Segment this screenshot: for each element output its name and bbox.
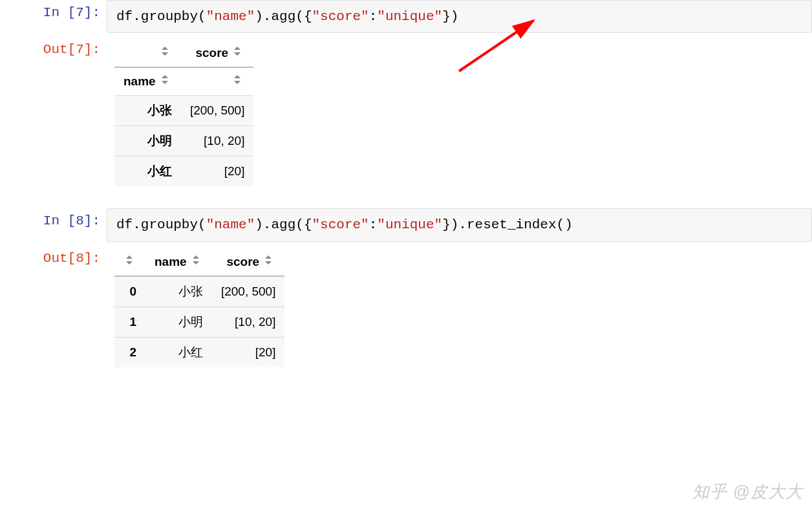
col-header-name[interactable]: name xyxy=(145,248,212,276)
cell-in-7: In [7]: df.groupby("name").agg({"score":… xyxy=(0,0,812,33)
sort-header-blank[interactable] xyxy=(114,39,181,67)
sort-header-idx[interactable] xyxy=(114,248,145,276)
cell-score: [20] xyxy=(181,156,254,187)
output-7: score name 小张 [200, 500] 小明 [10, 20] 小红 xyxy=(107,37,812,186)
cell-score: [200, 500] xyxy=(181,96,254,126)
prompt-in-7: In [7]: xyxy=(0,0,107,20)
watermark: 知乎 @皮大大 xyxy=(692,480,803,503)
cell-in-8: In [8]: df.groupby("name").agg({"score":… xyxy=(0,208,812,241)
table-row: 小红 [20] xyxy=(114,156,253,187)
spacer xyxy=(0,190,812,208)
code-input-8[interactable]: df.groupby("name").agg({"score":"unique"… xyxy=(107,208,812,241)
dataframe-7: score name 小张 [200, 500] 小明 [10, 20] 小红 xyxy=(114,39,253,186)
cell-score: [10, 20] xyxy=(181,126,254,156)
col-header-score[interactable]: score xyxy=(181,39,254,67)
row-index: 小明 xyxy=(114,126,181,156)
cell-out-8: Out[8]: name score 0 小张 [200, 500] 1 小明 xyxy=(0,246,812,367)
cell-name: 小张 xyxy=(145,276,212,307)
cell-score: [20] xyxy=(212,337,285,367)
sort-header-blank-2[interactable] xyxy=(181,67,254,96)
prompt-out-8: Out[8]: xyxy=(0,246,107,266)
table-row: 0 小张 [200, 500] xyxy=(114,276,284,307)
cell-name: 小明 xyxy=(145,307,212,337)
cell-score: [10, 20] xyxy=(212,307,285,337)
output-8: name score 0 小张 [200, 500] 1 小明 [10, 20]… xyxy=(107,246,812,367)
cell-out-7: Out[7]: score name 小张 [200, 500] 小 xyxy=(0,37,812,186)
row-index: 2 xyxy=(114,337,145,367)
index-name[interactable]: name xyxy=(114,67,181,96)
code-input-7[interactable]: df.groupby("name").agg({"score":"unique"… xyxy=(107,0,812,33)
row-index: 小红 xyxy=(114,156,181,187)
table-row: 小明 [10, 20] xyxy=(114,126,253,156)
cell-name: 小红 xyxy=(145,337,212,367)
cell-score: [200, 500] xyxy=(212,276,285,307)
row-index: 1 xyxy=(114,307,145,337)
table-row: 小张 [200, 500] xyxy=(114,96,253,126)
table-row: 2 小红 [20] xyxy=(114,337,284,367)
prompt-in-8: In [8]: xyxy=(0,208,107,228)
dataframe-8: name score 0 小张 [200, 500] 1 小明 [10, 20]… xyxy=(114,248,284,367)
table-row: 1 小明 [10, 20] xyxy=(114,307,284,337)
col-header-score[interactable]: score xyxy=(212,248,285,276)
prompt-out-7: Out[7]: xyxy=(0,37,107,57)
row-index: 小张 xyxy=(114,96,181,126)
row-index: 0 xyxy=(114,276,145,307)
